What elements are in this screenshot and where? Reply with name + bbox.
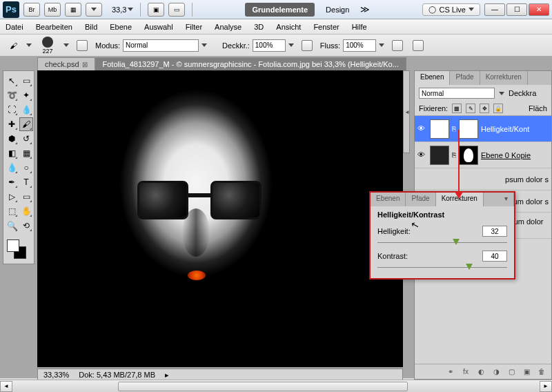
brush-panel-toggle[interactable] [75,38,90,53]
panel-menu-icon[interactable]: ▾ [484,193,514,206]
panel-tab-pfade[interactable]: Pfade [450,71,480,85]
visibility-icon[interactable] [417,175,427,184]
close-button[interactable]: ✕ [529,3,549,16]
link-icon[interactable]: ⎘ [452,151,456,159]
workspace-design[interactable]: Design [319,3,356,17]
path-select-tool[interactable]: ▷ [5,190,19,204]
scroll-thumb[interactable] [118,382,408,391]
blend-dropdown-icon[interactable] [499,92,504,95]
layer-blend-select[interactable] [419,88,495,99]
adj-tab-ebenen[interactable]: Ebenen [371,193,406,206]
visibility-icon[interactable]: 👁 [417,124,427,134]
brush-picker-dropdown[interactable] [63,43,69,47]
panel-tab-ebenen[interactable]: Ebenen [415,71,450,85]
contrast-input[interactable] [482,251,507,262]
brush-preview[interactable]: 227 [37,37,58,55]
mask-thumb[interactable] [459,119,478,139]
visibility-icon[interactable]: 👁 [417,150,427,160]
opacity-input[interactable] [253,39,286,52]
healing-tool[interactable]: ✚ [5,117,19,131]
3d-tool[interactable]: ⬚ [5,204,19,218]
adjustments-panel[interactable]: Ebenen Pfade Korrekturen ▾ Helligkeit/Ko… [369,191,515,280]
lock-image-icon[interactable]: ✎ [466,104,475,113]
menu-ansicht[interactable]: Ansicht [276,23,301,31]
menu-auswahl[interactable]: Auswahl [144,23,173,31]
blend-mode-select[interactable] [123,39,199,52]
tool-preset-dropdown[interactable] [26,43,32,47]
tab-check[interactable]: check.psd⊠ [37,57,95,70]
workspace-more[interactable]: ≫ [360,4,370,14]
stamp-tool[interactable]: ⬢ [5,132,19,146]
new-layer-icon[interactable]: ▣ [521,366,532,378]
layer-name[interactable]: psum dolor s [505,175,549,184]
lock-position-icon[interactable]: ✥ [480,104,489,113]
rotate-view-tool[interactable]: ⟲ [19,219,33,233]
eraser-tool[interactable]: ◧ [5,146,19,160]
screenmode-button[interactable]: ▭ [168,3,185,17]
minimize-button[interactable]: — [484,3,505,16]
pen-tool[interactable]: ✒ [5,175,19,189]
tool-preset-icon[interactable]: 🖌 [6,38,21,53]
scroll-left-button[interactable]: ◄ [0,381,12,392]
status-doc-size[interactable]: Dok: 5,43 MB/27,8 MB [79,371,155,379]
brightness-input[interactable] [482,226,507,237]
marquee-tool[interactable]: ▭ [19,74,33,88]
layer-name[interactable]: Ebene 0 Kopie [481,151,531,159]
menu-analyse[interactable]: Analyse [215,23,241,31]
panel-tab-korrekturen[interactable]: Korrekturen [480,71,528,85]
menu-ebene[interactable]: Ebene [110,23,132,31]
gradient-tool[interactable]: ▦ [19,146,33,160]
view-extras-button[interactable]: ▦ [65,3,81,17]
panel-collapse-strip[interactable] [403,70,410,153]
move-tool[interactable]: ↖ [5,74,19,88]
arrange-docs-button[interactable]: ▣ [148,3,164,17]
canvas[interactable] [37,70,403,367]
tab-close-icon[interactable]: ⊠ [82,61,88,68]
layer-thumb[interactable] [430,146,449,165]
workspace-grundelemente[interactable]: Grundelemente [245,3,315,17]
shape-tool[interactable]: ▭ [19,190,33,204]
color-swatches[interactable] [5,237,33,261]
contrast-slider[interactable] [377,263,507,273]
cs-live-button[interactable]: ◯ CS Live [422,3,480,16]
type-tool[interactable]: T [19,175,33,189]
zoom-display[interactable]: 33,3 [112,6,133,14]
scroll-right-button[interactable]: ► [540,381,552,392]
lasso-tool[interactable]: ➰ [5,88,19,102]
adjustment-thumb[interactable]: ☀ [430,119,449,139]
opacity-dropdown[interactable] [288,43,294,47]
layer-row[interactable]: 👁 ☀ ⎘ Helligkeit/Kont [415,116,551,142]
mode-dropdown[interactable] [201,43,207,47]
adjustment-layer-icon[interactable]: ◑ [491,366,502,378]
link-layers-icon[interactable]: ⚭ [445,366,456,378]
group-icon[interactable]: ▢ [506,366,517,378]
hand-tool[interactable]: ✋ [19,204,33,218]
blur-tool[interactable]: 💧 [5,161,19,175]
eyedropper-tool[interactable]: 💧 [19,103,33,117]
minibridge-button[interactable]: Mb [44,3,61,17]
crop-tool[interactable]: ⛶ [5,103,19,117]
menu-datei[interactable]: Datei [6,23,23,31]
bridge-button[interactable]: Br [23,3,40,17]
fx-icon[interactable]: fx [460,366,471,378]
lock-transparent-icon[interactable]: ▩ [452,104,462,113]
maximize-button[interactable]: ☐ [506,3,527,16]
pressure-size-icon[interactable] [411,38,426,53]
menu-filter[interactable]: Filter [186,23,202,31]
trash-icon[interactable]: 🗑 [536,366,547,378]
horizontal-scrollbar[interactable]: ◄ ► [0,380,552,392]
dodge-tool[interactable]: ○ [19,161,33,175]
brightness-slider[interactable] [377,238,507,248]
brush-tool[interactable]: 🖌 [19,117,33,131]
status-dropdown-icon[interactable]: ▸ [165,371,169,380]
menu-bild[interactable]: Bild [85,23,97,31]
foreground-swatch[interactable] [7,239,19,252]
airbrush-icon[interactable] [390,38,405,53]
screen-mode-button[interactable] [86,3,102,17]
menu-3d[interactable]: 3D [254,23,264,31]
scroll-track[interactable] [12,381,540,392]
layer-row[interactable]: psum dolor s [415,168,551,190]
adj-tab-pfade[interactable]: Pfade [406,193,435,206]
pressure-opacity-icon[interactable] [299,38,315,53]
mask-thumb[interactable] [459,146,478,165]
